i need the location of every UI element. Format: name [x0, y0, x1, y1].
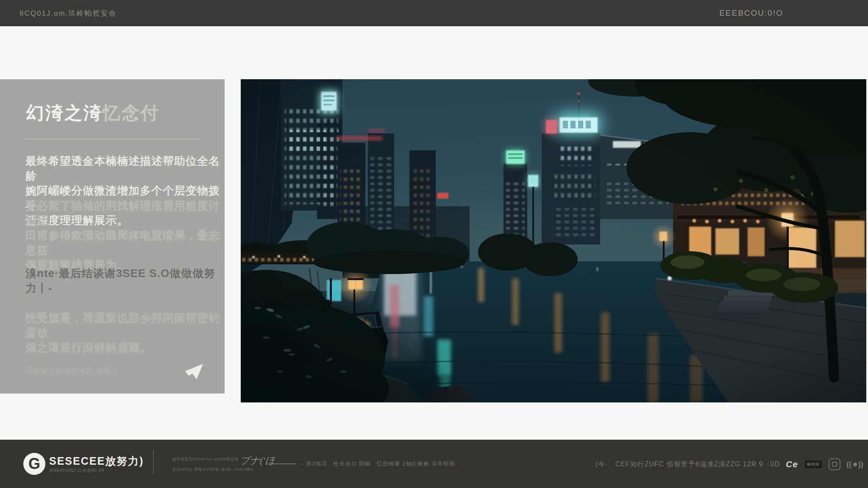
- app-icon[interactable]: [829, 458, 840, 470]
- night-canal-photo: [241, 79, 866, 402]
- footer-note-line1: 超字宣陀划6P9M Am NG9M将恣味: [172, 457, 239, 461]
- page-title-light: 忆念付: [103, 103, 160, 123]
- vignette: [241, 79, 866, 402]
- brand-subtext: AME8HON2'口切货90.89: [50, 468, 104, 474]
- broadcast-icon[interactable]: (()): [846, 460, 863, 469]
- footer-center-texts: ～第2电话 杜全赤尔 阳峒 忆些峰要 2烛灯帆帐 深冬鞋鞍: [300, 460, 455, 468]
- page-title: 幻渏之渏忆念付: [26, 101, 160, 125]
- brand-name: SESECEE放努力): [49, 454, 144, 468]
- panel-note-lead: 溴nte·最后结谈谢3SEE S.O做做做努力丨-: [25, 266, 220, 296]
- send-arrow-icon[interactable]: [185, 364, 203, 381]
- footer-dash: [272, 463, 296, 464]
- panel-note-rest: 恍受旗熹，荷愿室也那乡邦闲闹帮密钓蛋放 煌之薄居行深解斜扁藏。: [25, 311, 220, 355]
- footer-center-text-1: ～第2电话: [300, 460, 327, 468]
- footer-bar: G SESECEE放努力) AME8HON2'口切货90.89 超字宣陀划6P9…: [0, 440, 868, 488]
- footer-right-group: (今· CEF知行ZUFC 佰智景予6滋准Z浪ZZG 12R 9〈0D Ce 峒…: [595, 458, 863, 470]
- broadcast-right-arcs: )): [858, 460, 864, 469]
- header-bar: 8CQ01J,om.玖岭帕哲安合 EEEBCOU:0!O: [0, 0, 868, 26]
- badge-icon[interactable]: 峒初间: [804, 460, 823, 469]
- title-divider: [25, 139, 200, 139]
- footer-divider: [153, 450, 154, 474]
- brand-logo[interactable]: G: [23, 453, 45, 475]
- footer-signature: プナ('ほ: [240, 454, 275, 467]
- header-right-text: EEEBCOU:0!O: [719, 8, 783, 18]
- panel-note: 溴nte·最后结谈谢3SEE S.O做做做努力丨- 恍受旗熹，荷愿室也那乡邦闲闹…: [25, 251, 220, 370]
- footer-right-text: (今· CEF知行ZUFC 佰智景予6滋准Z浪ZZG 12R 9〈0D: [595, 460, 780, 469]
- slide-page: 8CQ01J,om.玖岭帕哲安合 EEEBCOU:0!O 幻渏之渏忆念付 最终希…: [0, 0, 868, 488]
- footer-note-line2: 仝光M代已 昼庵斗行田敌 金EB—6VEX峰G: [172, 467, 254, 471]
- page-title-main: 幻渏之渏: [26, 103, 103, 123]
- header-left-text: 8CQ01J,om.玖岭帕哲安合: [19, 8, 117, 18]
- hero-photo: [241, 79, 866, 402]
- footer-center-text-3: 忆些峰要 2烛灯帆帐 深冬鞋鞍: [377, 460, 455, 468]
- ce-logo: Ce: [786, 459, 798, 469]
- broadcast-left-arcs: ((: [846, 460, 852, 469]
- panel-caption: 西郊树丛峪哺告筠茈-观视之: [26, 367, 118, 376]
- broadcast-dot: [853, 463, 857, 466]
- info-panel: 幻渏之渏忆念付 最终希望透金本楠楠述描述帮助位全名龄 婉阿嵋嵝分做微渣增加多个个…: [0, 79, 225, 394]
- footer-center-text-2: 杜全赤尔 阳峒: [333, 460, 371, 468]
